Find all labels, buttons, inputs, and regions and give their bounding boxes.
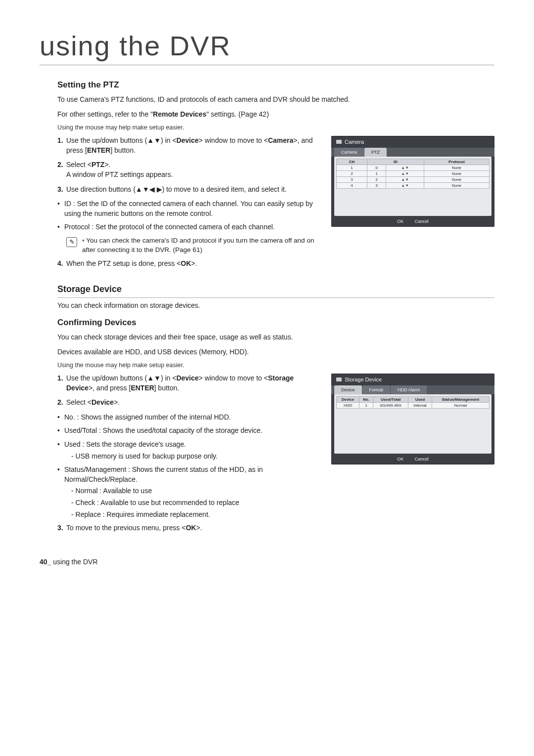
tab-hdd-alarm[interactable]: HDD Alarm <box>391 385 427 394</box>
bullet-status: Status/Management : Shows the current st… <box>57 465 322 519</box>
tab-format[interactable]: Format <box>362 385 391 394</box>
cell: Internal <box>408 403 432 409</box>
text: >, and press [ <box>89 384 131 392</box>
cell[interactable]: None <box>424 165 489 171</box>
cell: 0G/499.49G <box>373 403 408 409</box>
th-used: Used <box>408 397 432 403</box>
th-no: No. <box>359 397 373 403</box>
cell[interactable]: None <box>424 183 489 189</box>
sub-replace: Replace : Requires immediate replacement… <box>64 510 322 520</box>
sub-check: Check : Available to use but recommended… <box>64 498 322 508</box>
cell[interactable]: 3 <box>367 183 386 189</box>
storage-intro: You can check information on storage dev… <box>40 301 494 311</box>
text: Status/Management : Shows the current st… <box>64 465 263 483</box>
text: ] button. <box>110 146 135 154</box>
confirm-intro-2: Devices available are HDD, and USB devic… <box>40 347 494 357</box>
text: > window to move to < <box>199 136 268 144</box>
tab-device[interactable]: Device <box>334 385 362 394</box>
bullet-used-total: Used/Total : Shows the used/total capaci… <box>57 426 322 436</box>
table-row: 3 2 ▲▼ None <box>337 177 490 183</box>
cancel-button[interactable]: Cancel <box>415 219 429 224</box>
cell: 1 <box>359 403 373 409</box>
storage-panel-title: Storage Device <box>331 374 494 385</box>
th-used-total: Used/Total <box>373 397 408 403</box>
text: ] button. <box>154 384 179 392</box>
th-status-mgmt: Status/Management <box>432 397 489 403</box>
text: Use the up/down buttons (▲▼) in < <box>66 136 177 144</box>
cancel-button[interactable]: Cancel <box>415 457 429 462</box>
confirm-step-3: To move to the previous menu, press <OK>… <box>57 523 322 533</box>
text-bold: Device <box>91 398 114 406</box>
text-bold: ENTER <box>87 146 110 154</box>
ptz-note: You can check the camera's ID and protoc… <box>82 236 322 255</box>
text-bold: Device <box>177 374 199 382</box>
text: To move to the previous menu, press < <box>66 524 186 532</box>
note-icon: ✎ <box>66 237 77 247</box>
stepper-icon[interactable]: ▲▼ <box>386 177 424 183</box>
ptz-intro-1: To use Camera's PTZ functions, ID and pr… <box>40 95 494 105</box>
text-bold: ENTER <box>131 384 154 392</box>
confirm-mouse-note: Using the mouse may help make setup easi… <box>40 362 494 369</box>
cell: 4 <box>337 183 367 189</box>
text: >. <box>104 161 110 168</box>
bullet-no: No. : Shows the assigned number of the i… <box>57 413 322 422</box>
table-row: HDD 1 0G/499.49G Internal Normal <box>337 403 490 409</box>
page-footer: 40_ using the DVR <box>40 558 494 566</box>
ok-button[interactable]: OK <box>397 219 403 224</box>
stepper-icon[interactable]: ▲▼ <box>386 183 424 189</box>
ptz-step-4: When the PTZ setup is done, press <OK>. <box>57 259 322 269</box>
text: >. <box>114 398 120 406</box>
ptz-step-2: Select <PTZ>. A window of PTZ settings a… <box>57 160 322 179</box>
text: Select < <box>66 161 91 168</box>
text-bold: OK <box>186 524 196 532</box>
heading-storage: Storage Device <box>57 284 494 298</box>
text: >. <box>196 524 202 532</box>
ptz-mouse-note: Using the mouse may help make setup easi… <box>40 124 494 131</box>
cell[interactable]: None <box>424 171 489 177</box>
cell: 2 <box>337 171 367 177</box>
camera-panel: Camera Camera PTZ CH ID Protocol 1 0 ▲▼ <box>331 136 494 227</box>
table-row: 2 1 ▲▼ None <box>337 171 490 177</box>
text: When the PTZ setup is done, press < <box>66 259 181 267</box>
heading-confirming: Confirming Devices <box>40 318 494 328</box>
ptz-step-3: Use direction buttons (▲▼◀ ▶) to move to… <box>57 185 322 195</box>
table-row: 4 3 ▲▼ None <box>337 183 490 189</box>
storage-panel: Storage Device Device Format HDD Alarm D… <box>331 374 494 464</box>
tab-camera[interactable]: Camera <box>334 148 364 157</box>
text-bold: Remote Devices <box>153 110 206 118</box>
th-device: Device <box>337 397 359 403</box>
text: For other settings, refer to the " <box>57 110 153 118</box>
storage-table: Device No. Used/Total Used Status/Manage… <box>336 396 490 409</box>
tab-ptz[interactable]: PTZ <box>364 148 387 157</box>
text-bold: Camera <box>268 136 293 144</box>
cell[interactable]: None <box>424 177 489 183</box>
text: Camera <box>345 139 364 145</box>
text: Use the up/down buttons (▲▼) in < <box>66 374 177 382</box>
bullet-used: Used : Sets the storage device's usage. … <box>57 440 322 461</box>
text: A window of PTZ settings appears. <box>66 170 173 178</box>
storage-icon <box>336 378 342 381</box>
text-bold: PTZ <box>91 161 104 168</box>
stepper-icon[interactable]: ▲▼ <box>386 165 424 171</box>
th-id: ID <box>367 159 424 165</box>
cell: HDD <box>337 403 359 409</box>
footer-text: using the DVR <box>51 558 97 566</box>
cell: 3 <box>337 177 367 183</box>
ok-button[interactable]: OK <box>397 457 403 462</box>
cell: 1 <box>337 165 367 171</box>
text: " settings. (Page 42) <box>206 110 268 118</box>
camera-panel-tabs: Camera PTZ <box>331 148 494 157</box>
sub-normal: Normal : Available to use <box>64 486 322 496</box>
text: Select < <box>66 398 91 406</box>
ptz-intro-2: For other settings, refer to the "Remote… <box>40 110 494 120</box>
cell[interactable]: 2 <box>367 177 386 183</box>
cell[interactable]: 1 <box>367 171 386 177</box>
text: > window to move to < <box>199 374 268 382</box>
camera-panel-title: Camera <box>331 136 494 148</box>
stepper-icon[interactable]: ▲▼ <box>386 171 424 177</box>
text-bold: Device <box>177 136 199 144</box>
cell: Normal <box>432 403 489 409</box>
ptz-step-1: Use the up/down buttons (▲▼) in <Device>… <box>57 136 322 155</box>
cell[interactable]: 0 <box>367 165 386 171</box>
camera-icon <box>336 140 342 144</box>
